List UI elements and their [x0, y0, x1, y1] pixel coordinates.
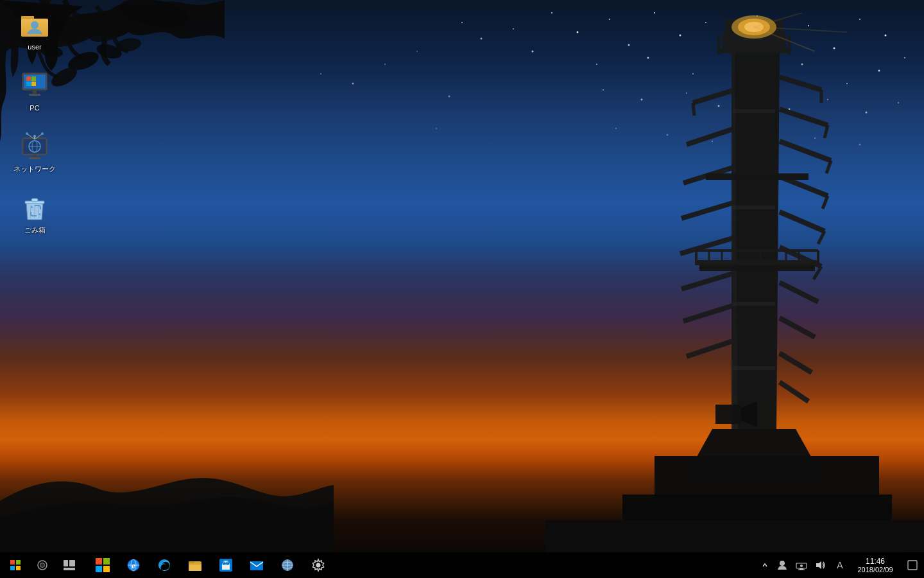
svg-point-5: [705, 22, 706, 23]
svg-point-56: [85, 3, 147, 49]
tray-chevron-button[interactable]: [757, 552, 773, 578]
start-button[interactable]: [0, 552, 31, 578]
svg-line-84: [780, 382, 809, 401]
svg-line-80: [814, 267, 821, 279]
ime-label: A: [837, 560, 843, 570]
svg-point-43: [667, 134, 669, 136]
svg-rect-166: [250, 561, 263, 570]
svg-rect-94: [699, 263, 815, 271]
svg-rect-153: [96, 566, 102, 572]
svg-point-140: [41, 132, 44, 135]
svg-point-13: [513, 28, 514, 30]
svg-point-14: [532, 51, 534, 53]
mountains-decoration: [0, 424, 924, 552]
svg-rect-152: [103, 558, 110, 565]
desktop-icon-pc[interactable]: PC: [9, 67, 60, 115]
svg-rect-133: [33, 155, 37, 157]
notification-button[interactable]: [901, 552, 924, 578]
svg-point-39: [416, 51, 418, 52]
pinned-app-explorer[interactable]: [180, 552, 210, 578]
svg-rect-106: [654, 456, 879, 546]
browser2-icon: [280, 558, 295, 572]
svg-point-147: [40, 563, 45, 568]
svg-marker-113: [741, 401, 757, 427]
desktop-icon-user[interactable]: user: [9, 6, 60, 54]
svg-point-171: [780, 561, 785, 566]
svg-line-88: [683, 167, 735, 183]
pinned-app-browser2[interactable]: [272, 552, 303, 578]
clock-area[interactable]: 11:46 2018/02/09: [850, 552, 901, 578]
svg-point-38: [320, 73, 321, 74]
cortana-search-button[interactable]: [31, 552, 54, 578]
svg-point-27: [603, 89, 604, 91]
lighthouse-decoration: [622, 13, 892, 546]
svg-point-37: [352, 83, 354, 85]
svg-point-44: [712, 141, 713, 142]
svg-point-25: [878, 70, 880, 72]
svg-rect-104: [706, 173, 809, 180]
tray-people-button[interactable]: [773, 552, 792, 578]
windows-logo-icon: [10, 560, 21, 570]
tray-volume-button[interactable]: [811, 552, 830, 578]
svg-rect-62: [725, 19, 783, 35]
pinned-app-ie[interactable]: e: [118, 552, 149, 578]
svg-rect-68: [788, 35, 791, 55]
svg-rect-154: [103, 566, 110, 572]
pinned-app-settings[interactable]: [303, 552, 334, 578]
svg-line-92: [683, 305, 735, 321]
svg-point-33: [827, 99, 828, 100]
pinned-app-store[interactable]: [87, 552, 118, 578]
clock-time: 11:46: [866, 557, 885, 566]
svg-rect-67: [717, 35, 720, 55]
svg-point-8: [782, 38, 784, 40]
svg-line-77: [780, 212, 825, 231]
svg-rect-118: [21, 16, 34, 19]
svg-point-170: [316, 563, 321, 568]
svg-line-74: [826, 161, 831, 173]
desktop-icon-recycle[interactable]: ごみ箱: [9, 189, 60, 237]
svg-marker-60: [735, 45, 780, 430]
system-tray: A 11:46 2018/02/09: [757, 552, 924, 578]
svg-rect-61: [722, 32, 786, 51]
pinned-app-msstore[interactable]: [210, 552, 241, 578]
tray-network-button[interactable]: [792, 552, 811, 578]
chevron-up-icon: [762, 562, 768, 568]
svg-point-57: [117, 0, 191, 31]
svg-point-1: [609, 19, 610, 20]
svg-rect-123: [31, 76, 36, 81]
desktop-icon-network[interactable]: ネットワーク: [9, 128, 60, 176]
svg-rect-107: [622, 495, 892, 546]
svg-point-32: [789, 109, 791, 110]
svg-point-15: [551, 12, 552, 13]
ime-indicator[interactable]: A: [830, 552, 850, 578]
svg-point-40: [449, 96, 450, 98]
svg-point-28: [641, 99, 643, 101]
svg-point-65: [744, 22, 764, 32]
recycle-bin-icon: [19, 192, 50, 223]
svg-rect-109: [733, 206, 775, 209]
svg-line-85: [693, 90, 735, 103]
svg-rect-127: [29, 94, 40, 96]
svg-point-34: [866, 112, 868, 114]
svg-point-16: [481, 38, 483, 40]
svg-line-91: [681, 273, 735, 289]
task-view-button[interactable]: [54, 552, 85, 578]
svg-line-76: [823, 196, 828, 209]
svg-rect-142: [31, 198, 38, 202]
pinned-app-edge[interactable]: [149, 552, 180, 578]
svg-point-24: [846, 83, 848, 84]
pinned-app-mail[interactable]: [241, 552, 272, 578]
svg-line-75: [780, 177, 828, 196]
volume-icon: [816, 560, 826, 570]
svg-point-46: [814, 137, 816, 139]
svg-point-7: [757, 15, 758, 17]
svg-point-10: [834, 48, 835, 49]
svg-point-21: [737, 60, 739, 62]
svg-line-86: [693, 103, 694, 116]
svg-point-19: [647, 57, 649, 59]
people-icon: [776, 559, 788, 571]
svg-rect-177: [908, 561, 917, 570]
task-view-icon: [64, 560, 75, 570]
svg-rect-148: [64, 560, 68, 566]
svg-rect-108: [733, 109, 775, 113]
